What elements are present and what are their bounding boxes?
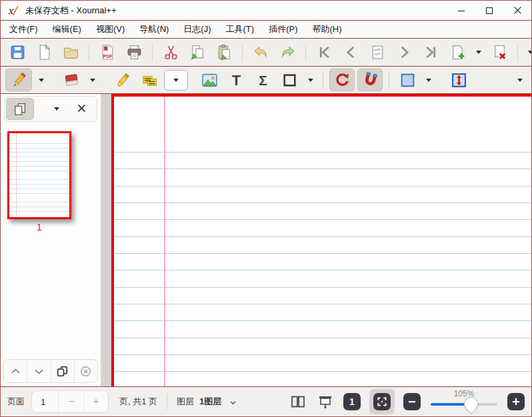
delete-page-button-sidebar[interactable] xyxy=(75,360,97,382)
maximize-button[interactable] xyxy=(475,1,503,20)
xournalpp-window: x 未保存文档 - Xournal++ 文件(F) 编辑(E) 视图(V) 导航… xyxy=(0,0,532,417)
pen-dropdown[interactable] xyxy=(35,69,47,91)
last-page-icon xyxy=(423,44,439,61)
paste-button[interactable] xyxy=(212,41,236,64)
open-button[interactable] xyxy=(59,41,83,64)
highlighter-tool-button[interactable] xyxy=(111,69,135,91)
page-increment-button[interactable]: + xyxy=(83,391,108,412)
menu-plugins[interactable]: 插件(P) xyxy=(261,21,305,38)
page-decrement-button[interactable]: − xyxy=(58,391,83,412)
add-page-button[interactable] xyxy=(445,41,469,64)
status-bar: 页面 1 − + 页, 共1 页 图层 1图层 xyxy=(1,386,531,416)
grid-snapping-toggle[interactable] xyxy=(357,69,383,91)
menu-help[interactable]: 帮助(H) xyxy=(305,21,349,38)
page-up-button[interactable] xyxy=(4,360,27,382)
plus-icon xyxy=(510,396,522,408)
zoom-fit-button[interactable] xyxy=(373,393,391,410)
page-down-button[interactable] xyxy=(27,360,51,382)
insert-image-button[interactable] xyxy=(197,69,221,91)
file-toolbar-overflow-dropdown[interactable] xyxy=(524,41,532,64)
add-page-dropdown[interactable] xyxy=(472,41,485,64)
sidebar-close-button[interactable] xyxy=(77,103,86,115)
paste-icon xyxy=(216,44,233,61)
text-tool-button[interactable]: T xyxy=(224,69,248,91)
math-tex-icon: Σ xyxy=(255,72,271,89)
copy-button[interactable] xyxy=(185,41,209,64)
menu-tools[interactable]: 工具(T) xyxy=(219,21,262,38)
select-text-icon xyxy=(141,72,158,89)
page-thumbnail[interactable] xyxy=(7,131,71,219)
first-page-button[interactable] xyxy=(312,41,336,64)
document-page[interactable] xyxy=(111,94,531,386)
export-pdf-button[interactable]: PDF xyxy=(95,41,119,64)
eraser-dropdown[interactable] xyxy=(86,69,99,91)
zoom-slider-fill xyxy=(431,403,469,406)
layer-select[interactable]: 1图层 xyxy=(199,396,221,408)
maximize-icon xyxy=(485,7,493,15)
main-area: 1 xyxy=(1,94,531,386)
goto-page-icon xyxy=(369,44,386,61)
shape-dropdown[interactable] xyxy=(304,69,317,91)
eraser-tool-button[interactable] xyxy=(59,69,83,91)
draw-rectangle-icon xyxy=(281,72,298,89)
menu-view[interactable]: 视图(V) xyxy=(89,21,132,38)
vertical-space-icon xyxy=(451,72,467,89)
zoom-slider-thumb[interactable] xyxy=(464,397,478,411)
chevron-down-icon xyxy=(229,399,237,406)
last-page-button[interactable] xyxy=(419,41,443,64)
redo-button[interactable] xyxy=(275,41,299,64)
chevron-down-icon xyxy=(517,79,523,82)
menu-file[interactable]: 文件(F) xyxy=(2,21,45,38)
select-text-button[interactable] xyxy=(137,69,161,91)
page-number-input[interactable]: 1 xyxy=(32,391,58,412)
close-icon xyxy=(77,104,86,113)
zoom-in-button[interactable] xyxy=(507,393,525,410)
duplicate-page-button[interactable] xyxy=(51,360,75,382)
menu-journal[interactable]: 日志(J) xyxy=(176,21,218,38)
previous-page-button[interactable] xyxy=(339,41,363,64)
select-dropdown[interactable] xyxy=(422,69,435,91)
print-button[interactable] xyxy=(122,41,146,64)
page-total-label: 页, 共1 页 xyxy=(119,396,157,408)
zoom-fit-active-background xyxy=(369,389,395,414)
cut-button[interactable] xyxy=(159,41,183,64)
zoom-100-button[interactable]: 1 xyxy=(343,393,361,410)
sidebar-resize-handle[interactable] xyxy=(101,94,111,386)
close-button[interactable] xyxy=(503,1,531,20)
page-spinner: 1 − + xyxy=(31,390,109,413)
menu-edit[interactable]: 编辑(E) xyxy=(45,21,89,38)
undo-icon xyxy=(253,44,269,61)
eraser-icon xyxy=(63,72,80,89)
pen-tool-button[interactable] xyxy=(5,69,32,91)
sidebar-dropdown[interactable] xyxy=(50,98,63,121)
minimize-button[interactable] xyxy=(447,1,475,20)
save-button[interactable] xyxy=(5,41,29,64)
goto-page-button[interactable] xyxy=(365,41,389,64)
zoom-slider[interactable]: 105% xyxy=(429,387,499,417)
thumbnail-margin-line xyxy=(16,133,17,217)
vertical-space-button[interactable] xyxy=(447,69,471,91)
presentation-mode-button[interactable] xyxy=(316,392,335,411)
new-file-button[interactable] xyxy=(32,41,56,64)
duplicate-icon xyxy=(56,365,69,378)
rotation-snapping-toggle[interactable] xyxy=(329,69,355,91)
menu-navigation[interactable]: 导航(N) xyxy=(132,21,176,38)
select-region-button[interactable] xyxy=(395,69,419,91)
magnet-icon xyxy=(362,72,379,89)
highlighter-dropdown[interactable] xyxy=(164,70,188,91)
tools-toolbar-overflow-dropdown[interactable] xyxy=(513,69,526,91)
draw-shape-button[interactable] xyxy=(277,69,301,91)
page-preview-tab[interactable] xyxy=(6,98,34,120)
layer-dropdown[interactable] xyxy=(229,395,237,408)
toolbar-separator xyxy=(152,44,153,61)
delete-page-button[interactable] xyxy=(487,41,511,64)
math-tex-button[interactable]: Σ xyxy=(251,69,275,91)
add-page-icon xyxy=(449,44,466,61)
menu-bar: 文件(F) 编辑(E) 视图(V) 导航(N) 日志(J) 工具(T) 插件(P… xyxy=(1,21,531,39)
chevron-down-icon xyxy=(426,79,431,82)
undo-button[interactable] xyxy=(249,41,273,64)
next-page-button[interactable] xyxy=(392,41,416,64)
delete-page-icon xyxy=(491,44,508,61)
two-page-view-button[interactable] xyxy=(289,392,307,411)
zoom-out-button[interactable] xyxy=(403,393,421,410)
